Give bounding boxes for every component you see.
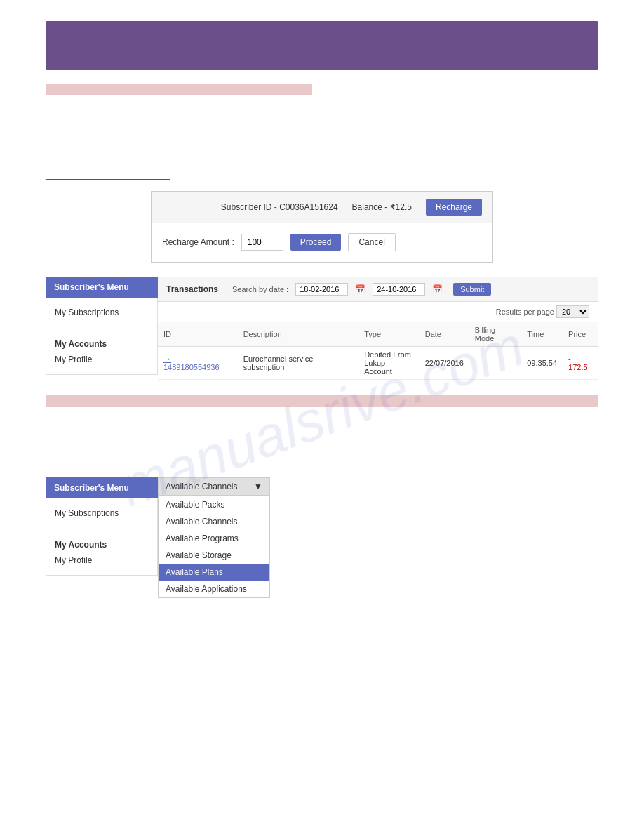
dropdown-option-channels[interactable]: Available Channels [159, 513, 269, 530]
menu-my-subscriptions[interactable]: My Subscriptions [55, 305, 149, 320]
recharge-amount-input[interactable] [241, 234, 283, 251]
dropdown-option-storage[interactable]: Available Storage [159, 547, 269, 564]
row-type: Debited FromLukup Account [358, 347, 420, 380]
col-price: Price [563, 322, 598, 347]
transactions-table: ID Description Type Date Billing Mode Ti… [158, 322, 598, 380]
calendar-from-icon[interactable]: 📅 [355, 284, 365, 294]
bottom-menu-my-accounts[interactable]: My Accounts [55, 537, 149, 552]
dropdown-option-packs[interactable]: Available Packs [159, 496, 269, 513]
proceed-button[interactable]: Proceed [290, 234, 342, 251]
row-price: - 172.5 [563, 347, 598, 380]
bottom-menu-my-subscriptions[interactable]: My Subscriptions [55, 505, 149, 521]
dropdown-option-programs[interactable]: Available Programs [159, 530, 269, 547]
subscriber-menu: Subscriber's Menu My Subscriptions My Ac… [46, 277, 158, 380]
recharge-box: Subscriber ID - C0036A151624 Balance - ₹… [151, 191, 493, 263]
transactions-wrapper: Subscriber's Menu My Subscriptions My Ac… [46, 277, 598, 380]
table-row: → 1489180554936 Eurochannel service subs… [158, 347, 598, 380]
transactions-top-bar: Transactions Search by date : 📅 📅 Submit [158, 277, 598, 302]
menu-my-accounts[interactable]: My Accounts [55, 336, 149, 352]
recharge-header: Subscriber ID - C0036A151624 Balance - ₹… [152, 192, 492, 223]
bottom-subscriber-menu-header: Subscriber's Menu [46, 477, 158, 498]
bottom-subscriber-wrapper: Subscriber's Menu My Subscriptions My Ac… [46, 477, 598, 598]
dropdown-option-plans[interactable]: Available Plans [159, 564, 269, 581]
results-per-page-select[interactable]: 20 50 100 [556, 305, 589, 318]
bottom-menu-my-profile[interactable]: My Profile [55, 552, 149, 568]
transactions-panel: Transactions Search by date : 📅 📅 Submit… [158, 277, 598, 380]
subscriber-id: Subscriber ID - C0036A151624 [221, 202, 338, 212]
chevron-down-icon: ▼ [254, 482, 262, 491]
row-id[interactable]: → 1489180554936 [158, 347, 238, 380]
tab-item-1[interactable] [46, 84, 130, 95]
col-description: Description [238, 322, 359, 347]
col-time: Time [521, 322, 563, 347]
col-type: Type [358, 322, 420, 347]
dropdown-trigger[interactable]: Available Channels ▼ [158, 477, 270, 496]
tab-row [46, 84, 598, 95]
dropdown-menu-container: Available Channels ▼ Available Packs Ava… [158, 477, 270, 598]
cancel-button[interactable]: Cancel [348, 233, 395, 251]
col-date: Date [420, 322, 469, 347]
subscriber-info: Subscriber ID - C0036A151624 Balance - ₹… [221, 202, 412, 212]
link-text-2[interactable]: _____________________________ [46, 171, 170, 180]
tab-item-2[interactable] [130, 84, 312, 95]
recharge-body: Recharge Amount : Proceed Cancel [152, 223, 492, 262]
dropdown-trigger-label: Available Channels [166, 482, 238, 491]
row-billing-mode [469, 347, 521, 380]
bottom-content [46, 425, 598, 456]
header-banner [46, 21, 598, 70]
dropdown-options: Available Packs Available Channels Avail… [158, 496, 270, 598]
recharge-button[interactable]: Recharge [426, 199, 482, 216]
col-id: ID [158, 322, 238, 347]
results-row: Results per page 20 50 100 [158, 302, 598, 322]
menu-my-profile[interactable]: My Profile [55, 352, 149, 367]
row-time: 09:35:54 [521, 347, 563, 380]
content-area: _______________________ ________________… [46, 113, 598, 263]
date-from-input[interactable] [295, 283, 348, 296]
row-date: 22/07/2016 [420, 347, 469, 380]
subscriber-menu-body: My Subscriptions My Accounts My Profile [46, 298, 158, 375]
results-per-page-label: Results per page [496, 307, 554, 316]
col-billing-mode: Billing Mode [469, 322, 521, 347]
link-text-1[interactable]: _______________________ [273, 135, 372, 143]
row-description: Eurochannel service subscription [238, 347, 359, 380]
calendar-to-icon[interactable]: 📅 [432, 284, 443, 294]
search-date-label: Search by date : [232, 285, 288, 293]
pink-divider [46, 395, 598, 407]
bottom-subscriber-menu: Subscriber's Menu My Subscriptions My Ac… [46, 477, 158, 598]
subscriber-menu-header: Subscriber's Menu [46, 277, 158, 298]
transactions-title: Transactions [166, 284, 218, 294]
date-to-input[interactable] [373, 283, 425, 296]
arrow-icon: → [163, 355, 171, 363]
submit-button[interactable]: Submit [453, 283, 491, 296]
bottom-subscriber-menu-body: My Subscriptions My Accounts My Profile [46, 498, 158, 576]
recharge-amount-label: Recharge Amount : [162, 237, 234, 247]
dropdown-option-applications[interactable]: Available Applications [159, 581, 269, 597]
balance-info: Balance - ₹12.5 [352, 202, 412, 212]
